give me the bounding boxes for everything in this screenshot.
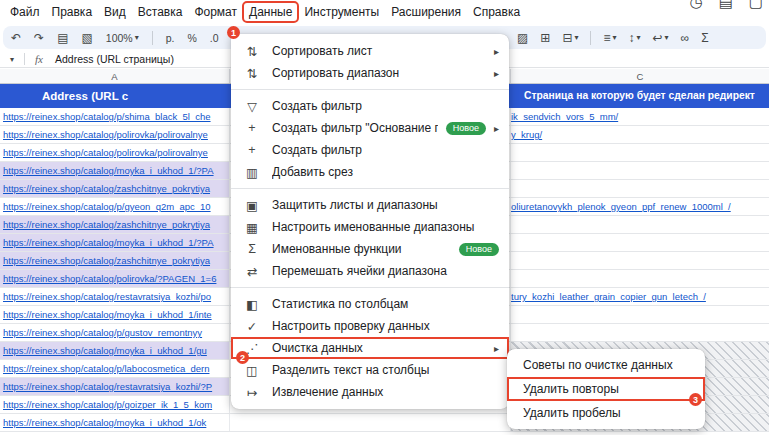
menu-extensions[interactable]: Расширения — [385, 2, 467, 22]
url-link[interactable]: https://reinex.shop/catalog/p/goizper_ik… — [3, 399, 212, 410]
version-history-icon[interactable]: ◷ — [690, 0, 703, 11]
submenu-item-trim-whitespace[interactable]: Удалить пробелы — [507, 401, 705, 425]
url-link[interactable]: https://reinex.shop/catalog/polirovka/?P… — [3, 273, 216, 284]
menu-item-split-text[interactable]: ◫Разделить текст на столбцы — [231, 359, 509, 381]
column-header-c[interactable]: C — [510, 69, 769, 83]
cell-c[interactable] — [510, 306, 769, 323]
menu-item-create-filter-view[interactable]: +Создать фильтр — [231, 139, 509, 161]
cell-c[interactable]: ik_sendvich_vors_5_mm/ — [510, 108, 769, 125]
zoom-select[interactable]: 100% ▾ — [106, 32, 139, 44]
cell-a[interactable]: https://reinex.shop/catalog/p/gyeon_q2m_… — [0, 198, 230, 215]
cell-c[interactable] — [510, 180, 769, 197]
url-link[interactable]: https://reinex.shop/catalog/moyka_i_ukho… — [3, 345, 207, 356]
menu-item-create-filter[interactable]: ▽Создать фильтр — [231, 95, 509, 117]
menu-data[interactable]: Данные — [243, 2, 298, 22]
cell-c[interactable] — [510, 324, 769, 341]
cell-c[interactable] — [510, 144, 769, 161]
fill-color-icon[interactable]: ▨ — [517, 31, 528, 45]
url-link[interactable]: https://reinex.shop/catalog/moyka_i_ukho… — [3, 237, 214, 248]
paint-format-icon[interactable]: ▧ — [81, 31, 92, 45]
print-icon[interactable]: ▤ — [57, 31, 68, 45]
cell-a[interactable]: https://reinex.shop/catalog/moyka_i_ukho… — [0, 306, 230, 323]
url-link[interactable]: https://reinex.shop/catalog/zashchitnye_… — [3, 255, 210, 266]
cell-a[interactable]: https://reinex.shop/catalog/zashchitnye_… — [0, 252, 230, 269]
url-link[interactable]: ik_sendvich_vors_5_mm/ — [511, 111, 618, 122]
cell-a[interactable]: https://reinex.shop/catalog/zashchitnye_… — [0, 216, 230, 233]
url-link[interactable]: https://reinex.shop/catalog/moyka_i_ukho… — [3, 417, 206, 428]
title-cell-a[interactable]: Address (URL с — [42, 84, 128, 108]
menu-item-randomize-range[interactable]: ⇄Перемешать ячейки диапазона — [231, 260, 509, 282]
menu-format[interactable]: Формат — [188, 2, 243, 22]
cell-c[interactable]: oliuretanovykh_plenok_gyeon_ppf_renew_10… — [510, 198, 769, 215]
cell-a[interactable]: https://reinex.shop/catalog/polirovka/?P… — [0, 270, 230, 287]
url-link[interactable]: https://reinex.shop/catalog/moyka_i_ukho… — [3, 309, 212, 320]
menu-item-column-stats[interactable]: ◧Статистика по столбцам — [231, 293, 509, 315]
url-link[interactable]: y_krug/ — [511, 129, 542, 140]
url-link[interactable]: https://reinex.shop/catalog/restavratsiy… — [3, 381, 212, 392]
menu-item-protect-sheets[interactable]: ▣Защитить листы и диапазоны — [231, 194, 509, 216]
cell-c[interactable] — [510, 234, 769, 251]
cell-a[interactable]: https://reinex.shop/catalog/moyka_i_ukho… — [0, 162, 230, 179]
cell-a[interactable]: https://reinex.shop/catalog/restavratsiy… — [0, 378, 230, 395]
menu-item-sort-sheet[interactable]: ⇅Сортировать лист▸ — [231, 40, 509, 62]
functions-icon[interactable]: Σ — [701, 31, 708, 45]
menu-edit[interactable]: Правка — [46, 2, 99, 22]
menu-help[interactable]: Справка — [467, 2, 526, 22]
url-link[interactable]: https://reinex.shop/catalog/polirovka/po… — [3, 147, 208, 158]
percent-format-button[interactable]: % — [187, 32, 196, 44]
cell-a[interactable]: https://reinex.shop/catalog/restavratsiy… — [0, 288, 230, 305]
cell-a[interactable]: https://reinex.shop/catalog/moyka_i_ukho… — [0, 234, 230, 251]
menu-item-data-cleanup[interactable]: ⋰Очистка данных▸ — [231, 337, 509, 359]
formula-input[interactable]: Address (URL страницы) — [55, 53, 174, 65]
menu-file[interactable]: Файл — [4, 2, 46, 22]
url-link[interactable]: https://reinex.shop/catalog/polirovka/po… — [3, 129, 208, 140]
menu-insert[interactable]: Вставка — [132, 2, 189, 22]
menu-item-add-slicer[interactable]: ▥Добавить срез — [231, 161, 509, 183]
cell-a[interactable]: https://reinex.shop/catalog/p/labocosmet… — [0, 360, 230, 377]
url-link[interactable]: https://reinex.shop/catalog/zashchitnye_… — [3, 183, 210, 194]
vertical-align-icon[interactable]: ↕ ▾ — [629, 31, 641, 45]
cell-a[interactable]: https://reinex.shop/catalog/p/goizper_ik… — [0, 396, 230, 413]
title-cell-c[interactable]: Страница на которую будет сделан редирек… — [510, 84, 769, 108]
menu-item-data-extraction[interactable]: ↦Извлечение данных — [231, 381, 509, 403]
menu-item-data-validation[interactable]: ✓Настроить проверку данных — [231, 315, 509, 337]
cell-a[interactable]: https://reinex.shop/catalog/p/shima_blac… — [0, 108, 230, 125]
url-link[interactable]: tury_kozhi_leather_grain_copier_gun_lete… — [511, 291, 706, 302]
cell-a[interactable]: https://reinex.shop/catalog/p/gustov_rem… — [0, 324, 230, 341]
undo-icon[interactable]: ↶ — [11, 31, 21, 45]
cell-a[interactable]: https://reinex.shop/catalog/polirovka/po… — [0, 126, 230, 143]
cell-a[interactable]: https://reinex.shop/catalog/moyka_i_ukho… — [0, 342, 230, 359]
cell-c[interactable] — [510, 162, 769, 179]
redo-icon[interactable]: ↷ — [34, 31, 44, 45]
cell-c[interactable] — [510, 216, 769, 233]
name-box-dropdown-icon[interactable]: ▾ — [0, 55, 24, 64]
horizontal-align-icon[interactable]: ≡ ▾ — [603, 31, 616, 45]
cell-c[interactable] — [510, 270, 769, 287]
currency-format-button[interactable]: р. — [166, 32, 175, 44]
url-link[interactable]: https://reinex.shop/catalog/p/gustov_rem… — [3, 327, 202, 338]
cell-a[interactable]: https://reinex.shop/catalog/polirovka/po… — [0, 144, 230, 161]
cell-c[interactable]: tury_kozhi_leather_grain_copier_gun_lete… — [510, 288, 769, 305]
submenu-item-cleanup-suggestions[interactable]: Советы по очистке данных — [507, 353, 705, 377]
menu-item-named-functions[interactable]: ΣИменованные функцииНовое — [231, 238, 509, 260]
decrease-decimal-button[interactable]: .0 — [210, 32, 219, 44]
menu-item-sort-range[interactable]: ⇅Сортировать диапазон▸ — [231, 62, 509, 84]
text-wrap-icon[interactable]: ↩ ▾ — [653, 31, 669, 45]
menu-view[interactable]: Вид — [98, 2, 132, 22]
cell-a[interactable]: https://reinex.shop/catalog/zashchitnye_… — [0, 180, 230, 197]
menu-item-create-groupby-filter[interactable]: +Создать фильтр "Основание группировки"Н… — [231, 117, 509, 139]
cell-a[interactable]: https://reinex.shop/catalog/moyka_i_ukho… — [0, 414, 230, 431]
url-link[interactable]: https://reinex.shop/catalog/restavratsiy… — [3, 291, 211, 302]
url-link[interactable]: https://reinex.shop/catalog/moyka_i_ukho… — [3, 165, 214, 176]
url-link[interactable]: https://reinex.shop/catalog/p/gyeon_q2m_… — [3, 201, 211, 212]
print-icon[interactable]: ▤ — [719, 0, 733, 11]
cell-c[interactable]: y_krug/ — [510, 126, 769, 143]
borders-icon[interactable]: ⊞ — [540, 31, 550, 45]
menu-item-named-ranges[interactable]: ▦Настроить именованные диапазоны — [231, 216, 509, 238]
url-link[interactable]: https://reinex.shop/catalog/p/shima_blac… — [3, 111, 211, 122]
window-icon[interactable]: ▢ — [749, 0, 763, 11]
url-link[interactable]: https://reinex.shop/catalog/p/labocosmet… — [3, 363, 210, 374]
insert-link-icon[interactable]: ∞ — [681, 31, 690, 45]
url-link[interactable]: https://reinex.shop/catalog/zashchitnye_… — [3, 219, 210, 230]
merge-cells-icon[interactable]: ⊟ ▾ — [562, 31, 578, 45]
